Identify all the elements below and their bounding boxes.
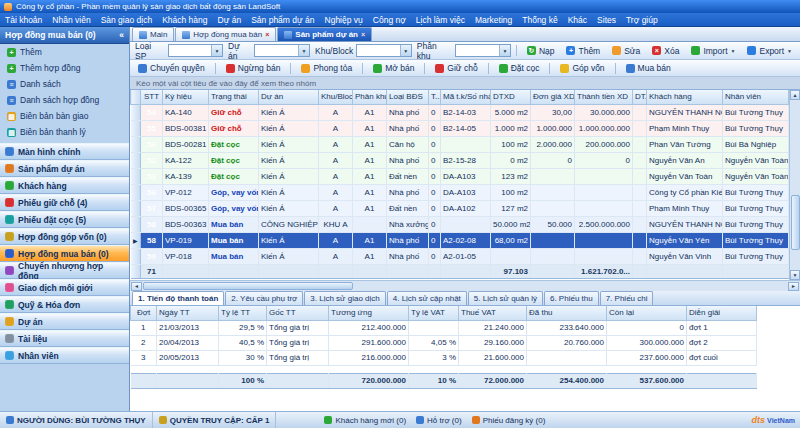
scroll-left-icon[interactable]: ◄ — [131, 282, 142, 291]
table-row[interactable]: 55BDS-00381Giữ chỗKiến ÁAA1Nhà phố0B2-14… — [131, 120, 789, 136]
sidebar-shortcut[interactable]: ▤Biên bản bàn giao — [0, 108, 129, 124]
menu-item[interactable]: Lịch làm việc — [411, 13, 470, 26]
tab[interactable]: 1. Tiến độ thanh toán — [132, 291, 224, 305]
column-header[interactable]: Phân khu — [353, 90, 387, 104]
sidebar-shortcut[interactable]: +Thêm — [0, 44, 129, 60]
filter-combo[interactable]: ▼ — [254, 44, 310, 57]
tab[interactable]: 7. Phiếu chi — [600, 291, 654, 305]
table-row[interactable]: 320/05/201330 %Tổng giá trị216.000.0003 … — [131, 350, 757, 365]
toolbar-button[interactable]: Export▼ — [742, 44, 797, 58]
horizontal-scrollbar[interactable]: ◄ ► — [130, 280, 800, 291]
sidebar-item[interactable]: Hợp đồng góp vốn (0) — [0, 228, 129, 245]
column-header[interactable]: Tỷ lệ VAT — [409, 306, 459, 320]
column-header[interactable]: Loại BĐS — [387, 90, 429, 104]
menu-item[interactable]: Khác — [563, 13, 592, 26]
tab[interactable]: 4. Lịch sử cập nhật — [387, 291, 467, 305]
scrollbar-thumb[interactable] — [143, 282, 353, 290]
column-header[interactable]: Đã thu — [527, 306, 607, 320]
toolbar-button[interactable]: +Thêm — [561, 44, 605, 58]
tab[interactable]: 2. Yêu cầu phụ trợ — [225, 291, 303, 305]
column-header[interactable]: Nhân viên — [723, 90, 789, 104]
column-header[interactable]: Còn lại — [607, 306, 687, 320]
menu-item[interactable]: Dự án — [213, 13, 247, 26]
column-header[interactable]: STT — [141, 90, 163, 104]
column-header[interactable]: Đợt — [131, 306, 157, 320]
tab-close-icon[interactable]: × — [361, 31, 365, 38]
column-header[interactable]: Thành tiền XD — [575, 90, 633, 104]
filter-combo[interactable]: ▼ — [168, 44, 224, 57]
tab[interactable]: 3. Lịch sử giao dịch — [304, 291, 385, 305]
column-header[interactable]: Gốc TT — [267, 306, 329, 320]
table-row[interactable]: 52KA-122Đặt cọcKiến ÁAA1Nhà phố0B2-15-28… — [131, 152, 789, 168]
sidebar-item[interactable]: Màn hình chính — [0, 143, 129, 160]
sidebar-item[interactable]: Quỹ & Hóa đơn — [0, 296, 129, 313]
scroll-right-icon[interactable]: ► — [788, 282, 799, 291]
collapse-icon[interactable]: « — [119, 30, 124, 40]
sidebar-item[interactable]: Giao dịch môi giới — [0, 279, 129, 296]
tab[interactable]: Main — [132, 27, 174, 41]
toolbar-button[interactable]: Mở bán — [368, 61, 419, 75]
sidebar-item[interactable]: Nhân viên — [0, 347, 129, 364]
sidebar-item[interactable]: Khách hàng — [0, 177, 129, 194]
tab[interactable]: 5. Lịch sử quản lý — [468, 291, 543, 305]
menu-item[interactable]: Marketing — [470, 13, 517, 26]
column-header[interactable]: Trạng thái — [209, 90, 259, 104]
menu-item[interactable]: Sàn giao dịch — [96, 13, 158, 26]
column-header[interactable]: Đơn giá XD — [531, 90, 575, 104]
tab-close-icon[interactable]: × — [265, 31, 269, 38]
sidebar-item[interactable]: Phiếu đặt cọc (5) — [0, 211, 129, 228]
sidebar-panel-header[interactable]: Hợp đồng mua bán (0) « — [0, 27, 129, 44]
toolbar-button[interactable]: ×Xóa — [647, 44, 684, 58]
column-header[interactable]: T... — [429, 90, 441, 104]
column-header[interactable]: Thuế VAT — [459, 306, 527, 320]
toolbar-button[interactable]: Đặt cọc — [494, 61, 545, 75]
column-header[interactable]: DT... — [633, 90, 647, 104]
sidebar-item[interactable]: Sản phẩm dự án — [0, 160, 129, 177]
table-row[interactable]: 54KA-140Giữ chỗKiến ÁAA1Nhà phố0B2-14-03… — [131, 104, 789, 120]
menu-item[interactable]: Tài khoản — [0, 13, 47, 26]
sidebar-shortcut[interactable]: ≡Danh sách hợp đồng — [0, 92, 129, 108]
column-header[interactable]: Mã t.k/Số nhà — [441, 90, 491, 104]
sidebar-shortcut[interactable]: ≡Danh sách — [0, 76, 129, 92]
scrollbar-thumb[interactable] — [791, 195, 800, 250]
status-link[interactable]: Hỗ trợ (0) — [416, 416, 462, 425]
menu-item[interactable]: Công nợ — [368, 13, 411, 26]
vertical-scrollbar[interactable]: ▲ ▼ — [789, 90, 800, 280]
title-bar[interactable]: Công ty cổ phần - Phần mềm quản lý sàn g… — [0, 0, 800, 13]
menu-item[interactable]: Sites — [592, 13, 621, 26]
toolbar-button[interactable]: Giữ chỗ — [430, 61, 482, 75]
status-link[interactable]: Phiếu đăng ký (0) — [472, 416, 546, 425]
sidebar-item[interactable]: Hợp đồng mua bán (0) — [0, 245, 129, 262]
table-row[interactable]: 121/03/201329,5 %Tổng giá trị212.400.000… — [131, 320, 757, 335]
column-header[interactable]: Khách hàng — [647, 90, 723, 104]
table-row[interactable]: 50BDS-00281Đặt cọcKiến ÁAA1Căn hộ0100 m2… — [131, 136, 789, 152]
table-row[interactable]: 59VP-018Mua bánKiến ÁAA1Nhà phố0A2-01-05… — [131, 248, 789, 264]
group-by-panel[interactable]: Kéo một vài cột tiêu đề vào đây để xem t… — [130, 77, 800, 90]
column-header[interactable]: Dự án — [259, 90, 319, 104]
column-header[interactable]: Ký hiệu — [163, 90, 209, 104]
toolbar-button[interactable]: Ngừng bán — [221, 61, 286, 75]
sidebar-item[interactable]: Dự án — [0, 313, 129, 330]
table-row[interactable]: ▶58VP-019Mua bánKiến ÁAA1Nhà phố0A2-02-0… — [131, 232, 789, 248]
sidebar-shortcut[interactable]: +Thêm hợp đồng — [0, 60, 129, 76]
menu-item[interactable]: Khách hàng — [157, 13, 212, 26]
column-header[interactable]: DTXD — [491, 90, 531, 104]
toolbar-button[interactable]: Mua bán — [621, 61, 676, 75]
toolbar-button[interactable]: Góp vốn — [555, 61, 609, 75]
sidebar-item[interactable]: Tài liệu — [0, 330, 129, 347]
toolbar-button[interactable]: ↻Nạp — [522, 44, 560, 58]
toolbar-button[interactable]: Phong tỏa — [296, 61, 357, 75]
sidebar-item[interactable]: Chuyển nhượng hợp đồng — [0, 262, 129, 279]
toolbar-button[interactable]: Sửa — [607, 44, 645, 58]
filter-combo[interactable]: ▼ — [455, 44, 511, 57]
table-row[interactable]: 56VP-012Góp, vay vốnKiến ÁAA1Nhà phố0DA-… — [131, 184, 789, 200]
column-header[interactable]: Tỷ lệ TT — [219, 306, 267, 320]
sidebar-item[interactable]: Phiếu giữ chỗ (4) — [0, 194, 129, 211]
column-header[interactable]: Diễn giải — [687, 306, 757, 320]
table-row[interactable]: 53KA-139Đặt cọcKiến ÁAA1Đất nền0DA-A1031… — [131, 168, 789, 184]
table-row[interactable]: 220/04/201340,5 %Tổng giá trị291.600.000… — [131, 335, 757, 350]
column-header[interactable]: Ngày TT — [157, 306, 219, 320]
menu-item[interactable]: Sản phẩm dự án — [246, 13, 319, 26]
menu-item[interactable]: Trợ giúp — [621, 13, 663, 26]
status-link[interactable]: Khách hàng mới (0) — [324, 416, 406, 425]
